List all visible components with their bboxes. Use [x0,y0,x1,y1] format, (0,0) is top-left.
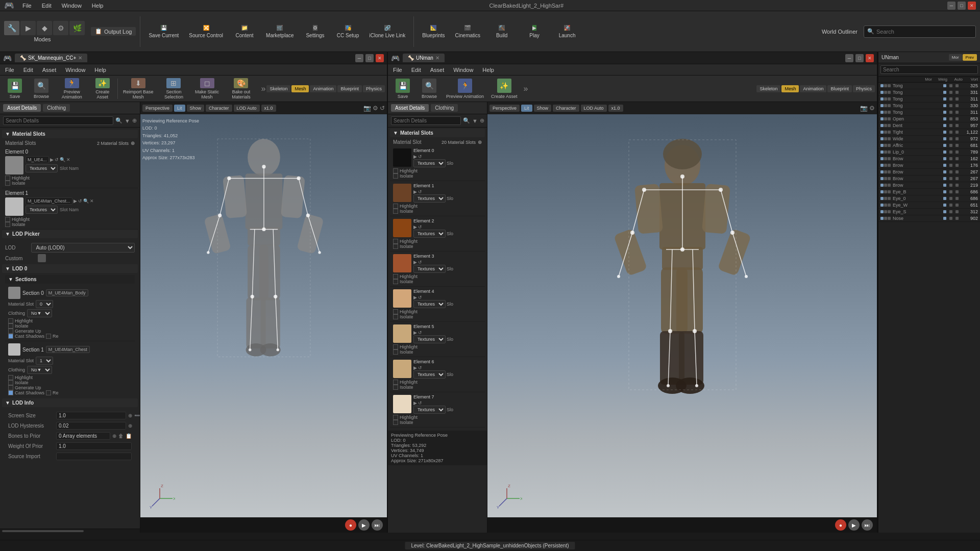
left-browse-button[interactable]: 🔍 Browse [29,77,54,101]
right-el-arrow-3[interactable]: ▶ [413,260,417,265]
right-vp-camera-icon[interactable]: 📷 [860,105,868,112]
bone-list-item[interactable]: Open 853 [878,116,980,122]
right-el-arrow-6[interactable]: ▶ [413,365,417,370]
right-isolate-cb-5[interactable] [393,349,398,355]
right-toolbar-more-icon[interactable]: » [524,84,528,93]
right-el-refresh-4[interactable]: ↺ [418,295,422,300]
right-el-arrow-4[interactable]: ▶ [413,295,417,300]
right-isolate-cb-0[interactable] [393,173,398,179]
filter-icon[interactable]: ▼ [125,118,130,124]
left-record-button[interactable]: ● [345,519,356,531]
left-play-button[interactable]: ▶ [358,519,370,531]
highlight-cb-0[interactable] [5,176,10,181]
right-highlight-cb-1[interactable] [393,204,398,209]
iclone-live-link-button[interactable]: 🔗 iClone Live Link [365,13,410,50]
left-section-selection-button[interactable]: ⊞ Section Selection [158,77,189,101]
maximize-button[interactable]: □ [958,2,966,10]
bone-list-item[interactable]: Tight 1,122 [878,129,980,136]
right-el-refresh-1[interactable]: ↺ [418,189,422,194]
source-import-input[interactable] [56,453,132,460]
right-vp-character-btn[interactable]: Character [553,105,579,112]
section1-slot-select[interactable]: 1 [36,357,53,365]
left-editor-max[interactable]: □ [365,54,374,62]
screen-size-input[interactable] [56,412,126,419]
menu-file[interactable]: File [20,2,34,10]
right-vp-settings-icon[interactable]: ⚙ [869,105,875,112]
isolate-cb-0[interactable] [5,181,10,186]
right-vp-zoom-btn[interactable]: x1.0 [608,105,623,112]
right-highlight-cb-2[interactable] [393,239,398,244]
left-bake-out-materials-button[interactable]: 🎨 Bake out Materials [224,77,258,101]
material-browse-0[interactable]: 🔍 [60,157,65,162]
material-arrow-1[interactable]: ▶ [74,198,77,204]
material-clear-0[interactable]: ✕ [66,157,70,162]
vp-camera-icon[interactable]: 📷 [363,105,371,112]
section0-highlight-cb[interactable] [8,318,13,323]
highlight-cb-1[interactable] [5,217,10,222]
settings-button[interactable]: ⚙ Settings [300,13,331,50]
bone-search-input[interactable] [880,65,978,74]
mode-btn-2[interactable]: ▶ [20,21,36,35]
right-menu-window[interactable]: Window [451,66,475,74]
menu-help[interactable]: Help [90,2,106,10]
right-blueprint-tab[interactable]: Blueprint [827,85,852,92]
right-el-arrow-2[interactable]: ▶ [413,224,417,230]
right-vp-show-btn[interactable]: Show [534,105,552,112]
right-editor-close[interactable]: ✕ [866,54,874,62]
bone-list-item[interactable]: Lip_0 789 [878,149,980,156]
material-clear-1[interactable]: ✕ [90,198,94,204]
right-asset-details-tab[interactable]: Asset Details [391,104,429,112]
right-isolate-cb-4[interactable] [393,314,398,319]
vp-lod-auto-btn[interactable]: LOD Auto [234,105,260,112]
right-skeleton-tab[interactable]: Skeleton [756,85,780,92]
material-texture-select-0[interactable]: Textures [26,164,58,172]
vp-perspective-btn[interactable]: Perspective [142,105,173,112]
right-el-refresh-3[interactable]: ↺ [418,260,422,265]
right-menu-file[interactable]: File [391,66,404,74]
right-highlight-cb-6[interactable] [393,380,398,385]
right-forward-button[interactable]: ⏭ [862,519,873,531]
section1-clothing-select[interactable]: No▼ [27,366,52,374]
right-highlight-cb-3[interactable] [393,274,398,279]
right-el-refresh-7[interactable]: ↺ [418,400,422,406]
vp-character-btn[interactable]: Character [206,105,232,112]
left-blueprint-tab[interactable]: Blueprint [337,85,362,92]
section0-generateup-cb[interactable] [8,329,13,334]
right-isolate-cb-6[interactable] [393,385,398,390]
main-search-input[interactable] [876,29,972,35]
right-editor-max[interactable]: □ [855,54,864,62]
bone-list-item[interactable]: Brow 162 [878,156,980,162]
lod-info-header[interactable]: ▼ LOD Info [2,398,138,407]
section0-castshadows-cb[interactable] [8,334,13,339]
right-filter-icon[interactable]: ▼ [472,118,478,124]
left-details-search-input[interactable] [3,116,113,125]
mode-btn-4[interactable]: ⚙ [53,21,68,35]
bone-list-item[interactable]: Eye_0 686 [878,195,980,202]
left-editor-min[interactable]: ─ [355,54,363,62]
section1-highlight-cb[interactable] [8,375,13,380]
left-skeleton-tab[interactable]: Skeleton [266,85,290,92]
lod-hysteresis-input[interactable] [56,422,126,430]
far-right-prev-btn[interactable]: Prev [963,54,977,61]
section1-re-cb[interactable] [46,390,51,395]
left-mesh-tab[interactable]: Mesh [291,85,309,92]
bone-list-item[interactable]: Tong 311 [878,109,980,116]
mode-btn-3[interactable]: ◆ [37,21,52,35]
right-el-textures-2[interactable]: Textures [413,230,446,238]
bone-list-item[interactable]: Eye_S 312 [878,209,980,215]
right-el-textures-6[interactable]: Textures [413,370,446,379]
build-button[interactable]: 🔨 Build [486,13,517,50]
left-menu-edit[interactable]: Edit [21,66,35,74]
left-preview-animation-button[interactable]: 🏃 Preview Animation [55,77,89,101]
left-asset-details-tab[interactable]: Asset Details [3,104,41,112]
right-material-slots-header[interactable]: ▼ Material Slots [390,129,485,137]
right-record-button[interactable]: ● [835,519,846,531]
far-right-mor-btn[interactable]: Mor [949,54,962,61]
bone-list-item[interactable]: Tong 325 [878,83,980,89]
right-preview-animation-button[interactable]: 🏃 Preview Animation [443,77,487,101]
right-isolate-cb-2[interactable] [393,244,398,249]
section1-castshadows-cb[interactable] [8,390,13,395]
right-el-refresh-6[interactable]: ↺ [418,365,422,370]
array-trash-icon[interactable]: 🗑 [118,433,124,439]
isolate-cb-1[interactable] [5,222,10,227]
